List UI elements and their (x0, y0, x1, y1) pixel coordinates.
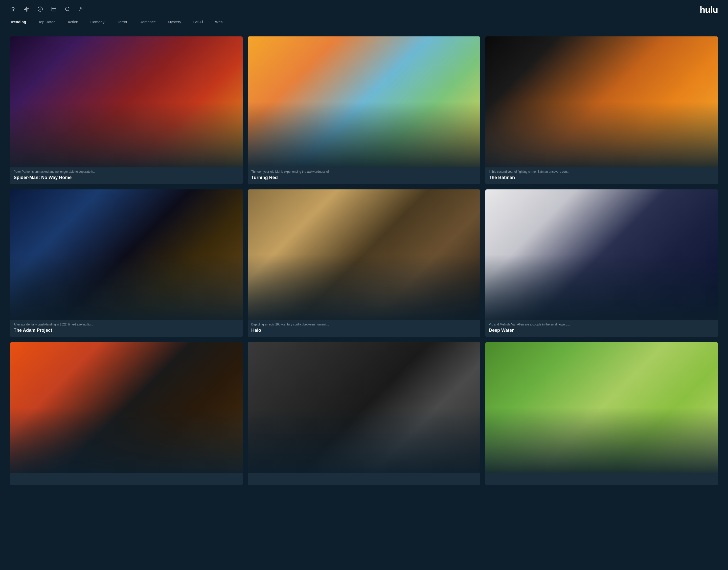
movies-grid: Peter Parker is unmasked and no longer a… (0, 30, 728, 491)
movie-description-batman: In his second year of fighting crime, Ba… (489, 170, 714, 174)
movie-thumbnail-turning-red (248, 36, 480, 168)
category-mystery[interactable]: Mystery (168, 20, 181, 25)
movie-thumbnail-batman (485, 36, 718, 168)
lightning-icon[interactable] (24, 6, 29, 13)
movie-description-halo: Depicting an epic 26th-century conflict … (251, 323, 477, 326)
category-romance[interactable]: Romance (139, 20, 156, 25)
movie-title-turning-red: Turning Red (251, 175, 477, 180)
movie-thumbnail-death-nile (10, 342, 243, 473)
movie-card-death-nile[interactable] (10, 342, 243, 485)
check-circle-icon[interactable] (37, 6, 43, 13)
movie-info-adam-project: After accidentally crash-landing in 2022… (10, 320, 243, 337)
nav-icons-group (10, 6, 84, 13)
hulu-logo: hulu (700, 5, 718, 15)
top-navigation: hulu (0, 0, 728, 20)
movie-description-spiderman: Peter Parker is unmasked and no longer a… (14, 170, 239, 174)
category-horror[interactable]: Horror (116, 20, 127, 25)
movie-thumbnail-nature (485, 342, 718, 473)
category-navigation: Trending Top Rated Action Comedy Horror … (0, 20, 728, 30)
movie-thumbnail-halo (248, 190, 480, 320)
category-comedy[interactable]: Comedy (90, 20, 104, 25)
movie-info-turning-red: Thirteen-year-old Mei is experiencing th… (248, 168, 480, 184)
movie-thumbnail-adam-project (10, 190, 243, 320)
category-sci-fi[interactable]: Sci-Fi (194, 20, 203, 25)
home-icon[interactable] (10, 6, 16, 13)
movie-card-turning-red[interactable]: Thirteen-year-old Mei is experiencing th… (248, 36, 480, 184)
movie-card-deep-water[interactable]: Vic and Melinda Van Allen are a couple i… (485, 190, 718, 337)
movie-card-sniper[interactable] (248, 342, 480, 485)
movie-card-spiderman[interactable]: Peter Parker is unmasked and no longer a… (10, 36, 243, 184)
svg-rect-1 (52, 7, 56, 11)
profile-icon[interactable] (78, 6, 84, 13)
movie-description-deep-water: Vic and Melinda Van Allen are a couple i… (489, 323, 714, 326)
category-western[interactable]: Wes... (215, 20, 226, 25)
movie-title-halo: Halo (251, 328, 477, 333)
movie-thumbnail-sniper (248, 342, 480, 473)
movie-info-deep-water: Vic and Melinda Van Allen are a couple i… (485, 320, 718, 337)
movie-title-spiderman: Spider-Man: No Way Home (14, 175, 239, 180)
movie-info-halo: Depicting an epic 26th-century conflict … (248, 320, 480, 337)
movie-description-turning-red: Thirteen-year-old Mei is experiencing th… (251, 170, 477, 174)
movie-card-adam-project[interactable]: After accidentally crash-landing in 2022… (10, 190, 243, 337)
movie-info-death-nile (10, 473, 243, 485)
search-icon[interactable] (65, 6, 70, 13)
category-action[interactable]: Action (68, 20, 78, 25)
movie-info-batman: In his second year of fighting crime, Ba… (485, 168, 718, 184)
movie-thumbnail-spiderman (10, 36, 243, 168)
movie-description-adam-project: After accidentally crash-landing in 2022… (14, 323, 239, 326)
movie-info-sniper (248, 473, 480, 485)
movie-card-halo[interactable]: Depicting an epic 26th-century conflict … (248, 190, 480, 337)
library-icon[interactable] (51, 6, 57, 13)
movie-info-spiderman: Peter Parker is unmasked and no longer a… (10, 168, 243, 184)
svg-point-4 (80, 7, 82, 9)
movie-thumbnail-deep-water (485, 190, 718, 320)
category-trending[interactable]: Trending (10, 20, 26, 25)
movie-card-nature[interactable] (485, 342, 718, 485)
movie-title-adam-project: The Adam Project (14, 328, 239, 333)
movie-title-batman: The Batman (489, 175, 714, 180)
movie-info-nature (485, 473, 718, 485)
movie-card-batman[interactable]: In his second year of fighting crime, Ba… (485, 36, 718, 184)
category-top-rated[interactable]: Top Rated (38, 20, 55, 25)
movie-title-deep-water: Deep Water (489, 328, 714, 333)
svg-line-3 (68, 10, 69, 11)
